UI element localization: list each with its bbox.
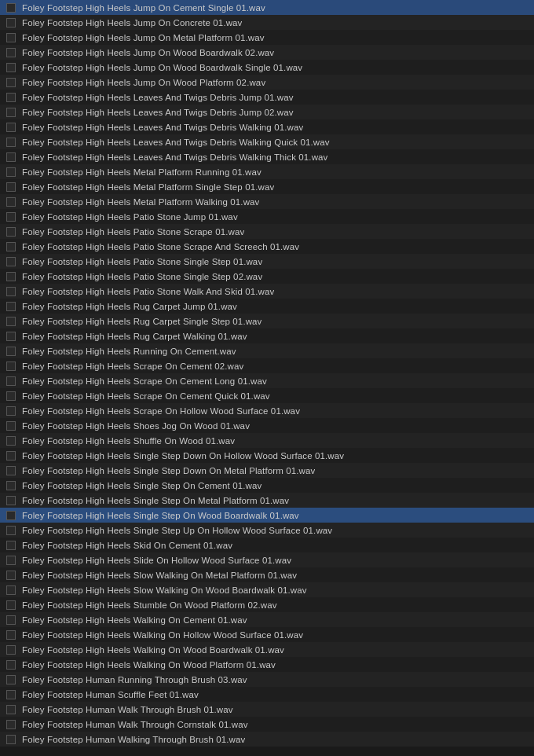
list-item[interactable]: Foley Footstep High Heels Single Step Do…: [0, 448, 534, 463]
file-checkbox[interactable]: [6, 526, 16, 535]
list-item[interactable]: Foley Footstep High Heels Scrape On Holl…: [0, 403, 534, 418]
file-checkbox[interactable]: [6, 152, 16, 162]
list-item[interactable]: Foley Footstep High Heels Stumble On Woo…: [0, 597, 534, 612]
file-checkbox[interactable]: [6, 108, 16, 117]
file-checkbox[interactable]: [6, 33, 16, 42]
list-item[interactable]: Foley Footstep Human Walking Through Bru…: [0, 732, 534, 747]
list-item[interactable]: Foley Footstep High Heels Skid On Cement…: [0, 538, 534, 552]
file-checkbox[interactable]: [6, 615, 16, 625]
list-item[interactable]: Foley Footstep High Heels Running On Cem…: [0, 343, 534, 358]
list-item[interactable]: Foley Footstep High Heels Scrape On Ceme…: [0, 388, 534, 403]
file-checkbox[interactable]: [6, 63, 16, 72]
list-item[interactable]: Foley Footstep High Heels Jump On Wood B…: [0, 60, 534, 75]
file-checkbox[interactable]: [6, 675, 16, 684]
list-item[interactable]: Foley Footstep High Heels Patio Stone Ju…: [0, 209, 534, 224]
file-checkbox[interactable]: [6, 167, 16, 177]
file-checkbox[interactable]: [6, 302, 16, 311]
file-checkbox[interactable]: [6, 93, 16, 102]
list-item[interactable]: Foley Footstep High Heels Single Step On…: [0, 493, 534, 508]
file-checkbox[interactable]: [6, 287, 16, 296]
list-item[interactable]: Foley Footstep High Heels Metal Platform…: [0, 164, 534, 179]
list-item[interactable]: Foley Footstep High Heels Walking On Woo…: [0, 642, 534, 657]
file-checkbox[interactable]: [6, 18, 16, 28]
file-checkbox[interactable]: [6, 466, 16, 475]
list-item[interactable]: Foley Footstep High Heels Single Step On…: [0, 508, 534, 523]
list-item[interactable]: Foley Footstep High Heels Walking On Hol…: [0, 627, 534, 642]
file-checkbox[interactable]: [6, 690, 16, 699]
file-checkbox[interactable]: [6, 332, 16, 341]
file-checkbox[interactable]: [6, 436, 16, 446]
list-item[interactable]: Foley Footstep High Heels Patio Stone Sc…: [0, 239, 534, 254]
file-checkbox[interactable]: [6, 585, 16, 595]
file-checkbox[interactable]: [6, 138, 16, 147]
list-item[interactable]: Foley Footstep High Heels Patio Stone Sc…: [0, 224, 534, 239]
list-item[interactable]: Foley Footstep High Heels Jump On Metal …: [0, 30, 534, 45]
list-item[interactable]: Foley Footstep High Heels Metal Platform…: [0, 194, 534, 209]
list-item[interactable]: Foley Footstep High Heels Slow Walking O…: [0, 582, 534, 597]
list-item[interactable]: Foley Footstep High Heels Single Step Up…: [0, 523, 534, 538]
list-item[interactable]: Foley Footstep High Heels Leaves And Twi…: [0, 105, 534, 119]
file-checkbox[interactable]: [6, 541, 16, 550]
list-item[interactable]: Foley Footstep High Heels Slide On Hollo…: [0, 552, 534, 567]
list-item[interactable]: Foley Footstep High Heels Leaves And Twi…: [0, 149, 534, 164]
list-item[interactable]: Foley Footstep High Heels Patio Stone Si…: [0, 254, 534, 269]
file-checkbox[interactable]: [6, 78, 16, 87]
list-item[interactable]: Foley Footstep High Heels Walking On Cem…: [0, 612, 534, 627]
file-checkbox[interactable]: [6, 272, 16, 281]
file-checkbox[interactable]: [6, 376, 16, 386]
file-checkbox[interactable]: [6, 361, 16, 371]
list-item[interactable]: Foley Footstep High Heels Single Step On…: [0, 478, 534, 493]
list-item[interactable]: Foley Footstep High Heels Scrape On Ceme…: [0, 373, 534, 388]
file-checkbox[interactable]: [6, 123, 16, 132]
list-item[interactable]: Foley Footstep High Heels Jump On Wood P…: [0, 75, 534, 90]
list-item[interactable]: Foley Footstep High Heels Rug Carpet Jum…: [0, 299, 534, 314]
list-item[interactable]: Foley Footstep High Heels Walking On Woo…: [0, 657, 534, 672]
file-checkbox[interactable]: [6, 720, 16, 729]
file-checkbox[interactable]: [6, 600, 16, 610]
list-item[interactable]: Foley Footstep High Heels Rug Carpet Wal…: [0, 328, 534, 343]
list-item[interactable]: Foley Footstep High Heels Leaves And Twi…: [0, 90, 534, 105]
file-checkbox[interactable]: [6, 242, 16, 251]
list-item[interactable]: Foley Footstep High Heels Scrape On Ceme…: [0, 358, 534, 373]
list-item[interactable]: Foley Footstep High Heels Shoes Jog On W…: [0, 418, 534, 433]
file-checkbox[interactable]: [6, 481, 16, 490]
list-item[interactable]: Foley Footstep High Heels Patio Stone Si…: [0, 269, 534, 284]
file-checkbox[interactable]: [6, 645, 16, 655]
list-item[interactable]: Foley Footstep High Heels Leaves And Twi…: [0, 134, 534, 149]
list-item[interactable]: Foley Footstep Human Scuffle Feet 01.wav: [0, 687, 534, 702]
list-item[interactable]: Foley Footstep High Heels Patio Stone Wa…: [0, 284, 534, 299]
file-checkbox[interactable]: [6, 317, 16, 326]
file-checkbox[interactable]: [6, 257, 16, 266]
file-checkbox[interactable]: [6, 421, 16, 431]
list-item[interactable]: Foley Footstep High Heels Leaves And Twi…: [0, 119, 534, 134]
list-item[interactable]: Foley Footstep High Heels Jump On Wood B…: [0, 45, 534, 60]
list-item[interactable]: Foley Footstep Human Running Through Bru…: [0, 672, 534, 687]
file-checkbox[interactable]: [6, 347, 16, 356]
file-checkbox[interactable]: [6, 556, 16, 565]
file-checkbox[interactable]: [6, 451, 16, 461]
file-checkbox[interactable]: [6, 571, 16, 580]
file-checkbox[interactable]: [6, 511, 16, 520]
file-checkbox[interactable]: [6, 735, 16, 744]
list-item[interactable]: Foley Footstep High Heels Slow Walking O…: [0, 567, 534, 582]
list-item[interactable]: Foley Footstep High Heels Rug Carpet Sin…: [0, 314, 534, 328]
file-checkbox[interactable]: [6, 227, 16, 237]
list-item[interactable]: Foley Footstep High Heels Jump On Concre…: [0, 15, 534, 30]
list-item[interactable]: Foley Footstep High Heels Shuffle On Woo…: [0, 433, 534, 448]
file-checkbox[interactable]: [6, 212, 16, 222]
file-checkbox[interactable]: [6, 406, 16, 416]
file-checkbox[interactable]: [6, 182, 16, 192]
list-item[interactable]: Foley Footstep High Heels Metal Platform…: [0, 179, 534, 194]
file-checkbox[interactable]: [6, 391, 16, 401]
file-checkbox[interactable]: [6, 197, 16, 207]
file-checkbox[interactable]: [6, 48, 16, 57]
file-checkbox[interactable]: [6, 496, 16, 505]
file-checkbox[interactable]: [6, 630, 16, 640]
list-item[interactable]: Foley Footstep Human Walk Through Brush …: [0, 702, 534, 717]
file-checkbox[interactable]: [6, 3, 16, 13]
list-item[interactable]: Foley Footstep High Heels Single Step Do…: [0, 463, 534, 478]
file-checkbox[interactable]: [6, 660, 16, 670]
file-checkbox[interactable]: [6, 705, 16, 714]
list-item[interactable]: Foley Footstep Human Walk Through Cornst…: [0, 717, 534, 732]
list-item[interactable]: Foley Footstep High Heels Jump On Cement…: [0, 0, 534, 15]
